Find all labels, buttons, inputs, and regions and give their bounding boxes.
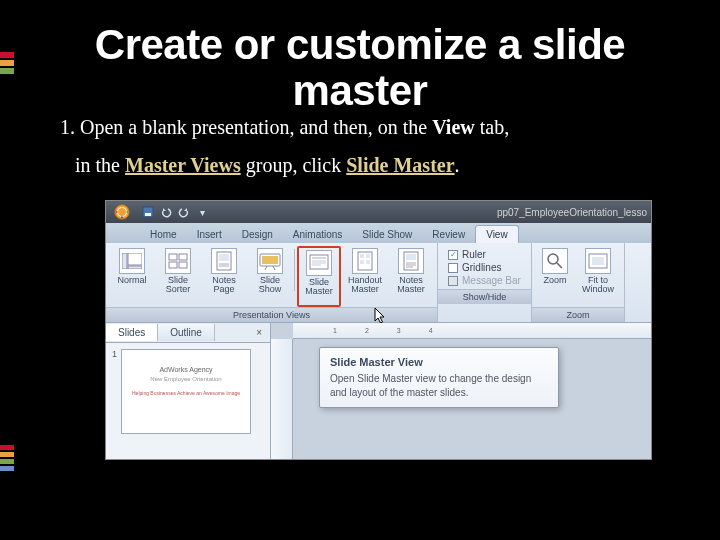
thumbnails: 1 AdWorks Agency New Employee Orientatio… [106, 343, 270, 459]
svg-point-2 [116, 211, 118, 213]
lower-pane: Slides Outline × 1 AdWorks Agency New Em… [106, 323, 651, 459]
normal-icon [119, 248, 145, 274]
view-tab-ref: View [432, 116, 475, 138]
qat-dropdown-icon[interactable]: ▾ [196, 206, 208, 218]
notes-page-icon [211, 248, 237, 274]
slide-master-ref: Slide Master [346, 154, 454, 176]
notes-master-icon [398, 248, 424, 274]
slides-panel: Slides Outline × 1 AdWorks Agency New Em… [106, 323, 271, 459]
horizontal-ruler: 1 2 3 4 [293, 323, 651, 339]
window-titlebar: ▾ pp07_EmployeeOrientation_lesso [106, 201, 651, 223]
undo-icon[interactable] [160, 206, 172, 218]
tab-animations[interactable]: Animations [283, 226, 352, 243]
svg-rect-8 [122, 253, 127, 269]
svg-rect-20 [262, 256, 278, 264]
slide-master-tooltip: Slide Master View Open Slide Master view… [319, 347, 559, 408]
zoom-icon [542, 248, 568, 274]
tab-review[interactable]: Review [422, 226, 475, 243]
message-bar-checkbox: Message Bar [448, 275, 521, 286]
svg-rect-31 [360, 260, 364, 264]
sorter-icon [165, 248, 191, 274]
handout-master-button[interactable]: Handout Master [343, 246, 387, 307]
slide-sorter-button[interactable]: Slide Sorter [156, 246, 200, 307]
step-text-3: in the [75, 154, 125, 176]
thumbnail-number: 1 [112, 349, 117, 434]
step-text-1: 1. Open a blank presentation, and then, … [60, 116, 432, 138]
slide-thumbnail[interactable]: AdWorks Agency New Employee Orientation … [121, 349, 251, 434]
group-show-hide: ✓Ruler Gridlines Message Bar Show/Hide [438, 243, 532, 322]
zoom-button[interactable]: Zoom [536, 246, 574, 307]
svg-rect-10 [128, 266, 142, 269]
svg-rect-9 [128, 253, 142, 265]
svg-rect-13 [169, 262, 177, 268]
tab-home[interactable]: Home [140, 226, 187, 243]
ribbon-body: Normal Slide Sorter Notes Page Slide Sho… [106, 243, 651, 323]
tab-design[interactable]: Design [232, 226, 283, 243]
notes-master-button[interactable]: Notes Master [389, 246, 433, 307]
notes-page-button[interactable]: Notes Page [202, 246, 246, 307]
group-label-show-hide: Show/Hide [438, 289, 531, 304]
svg-rect-11 [169, 254, 177, 260]
group-label-presentation-views: Presentation Views [106, 307, 437, 322]
group-presentation-views: Normal Slide Sorter Notes Page Slide Sho… [106, 243, 438, 322]
powerpoint-screenshot: ▾ pp07_EmployeeOrientation_lesso Home In… [105, 200, 652, 460]
tooltip-title: Slide Master View [330, 356, 548, 368]
fit-window-icon [585, 248, 611, 274]
slide-show-icon [257, 248, 283, 274]
vertical-ruler [271, 339, 293, 459]
group-label-zoom: Zoom [532, 307, 624, 322]
panel-tab-outline[interactable]: Outline [158, 324, 215, 341]
tab-insert[interactable]: Insert [187, 226, 232, 243]
handout-master-icon [352, 248, 378, 274]
ribbon-tabs: Home Insert Design Animations Slide Show… [106, 223, 651, 243]
slide-title-line1: Create or customize a slide [95, 21, 625, 68]
office-button[interactable] [108, 201, 136, 223]
svg-rect-14 [179, 262, 187, 268]
group-separator [294, 249, 295, 291]
svg-point-5 [121, 216, 123, 218]
quick-access-toolbar: ▾ [142, 206, 208, 218]
fit-to-window-button[interactable]: Fit to Window [576, 246, 620, 307]
svg-rect-23 [310, 255, 328, 269]
svg-point-4 [121, 206, 123, 208]
slide-title: Create or customize a slide master [0, 0, 720, 114]
panel-tab-slides[interactable]: Slides [106, 324, 158, 341]
gridlines-checkbox[interactable]: Gridlines [448, 262, 521, 273]
thumbnail-row[interactable]: 1 AdWorks Agency New Employee Orientatio… [112, 349, 264, 434]
master-views-ref: Master Views [125, 154, 241, 176]
normal-button[interactable]: Normal [110, 246, 154, 307]
svg-rect-30 [366, 254, 370, 258]
tab-slide-show[interactable]: Slide Show [352, 226, 422, 243]
svg-rect-41 [592, 257, 604, 265]
slide-master-icon [306, 250, 332, 276]
group-zoom: Zoom Fit to Window Zoom [532, 243, 625, 322]
svg-rect-7 [145, 213, 151, 216]
step-text-5: . [455, 154, 460, 176]
svg-line-39 [557, 263, 562, 268]
svg-point-38 [548, 254, 558, 264]
slide-body: 1. Open a blank presentation, and then, … [0, 108, 720, 184]
svg-line-22 [273, 266, 275, 270]
window-title: pp07_EmployeeOrientation_lesso [497, 207, 651, 218]
decorative-stripes-bottom [0, 445, 14, 473]
tab-view[interactable]: View [475, 225, 519, 243]
svg-rect-12 [179, 254, 187, 260]
decorative-stripes-top [0, 52, 14, 76]
ruler-checkbox[interactable]: ✓Ruler [448, 249, 521, 260]
step-text-4: group, click [241, 154, 347, 176]
tooltip-body: Open Slide Master view to change the des… [330, 372, 548, 399]
slide-edit-area: 1 2 3 4 Slide Master View Open Slide Mas… [271, 323, 651, 459]
redo-icon[interactable] [178, 206, 190, 218]
svg-rect-16 [219, 254, 229, 261]
svg-rect-32 [366, 260, 370, 264]
panel-tabs: Slides Outline × [106, 323, 270, 343]
slide-master-button[interactable]: Slide Master [297, 246, 341, 307]
svg-rect-34 [406, 254, 416, 260]
step-text-2: tab, [475, 116, 509, 138]
slide-show-button[interactable]: Slide Show [248, 246, 292, 307]
save-icon[interactable] [142, 206, 154, 218]
panel-close-icon[interactable]: × [248, 327, 270, 338]
svg-line-21 [265, 266, 267, 270]
svg-point-3 [126, 211, 128, 213]
svg-rect-29 [360, 254, 364, 258]
